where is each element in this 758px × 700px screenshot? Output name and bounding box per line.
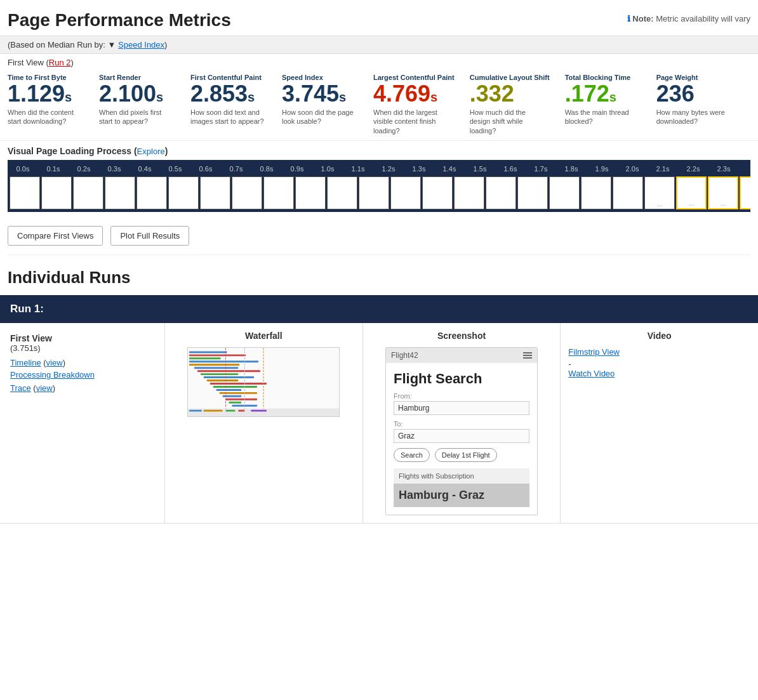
filmstrip-frame-13[interactable] xyxy=(422,176,453,209)
filmstrip-frame-17[interactable] xyxy=(549,176,580,209)
sort-indicator: ▼ xyxy=(108,40,118,50)
run1-content: First View (3.751s) Timeline (view) Proc… xyxy=(0,323,758,524)
note-text: Metric availability will vary xyxy=(656,14,750,23)
waterfall-title: Waterfall xyxy=(173,331,355,341)
svg-rect-8 xyxy=(201,373,239,375)
filmstrip-time-6: 0.6s xyxy=(190,164,221,174)
filmstrip-time-3: 0.3s xyxy=(99,164,130,174)
svg-rect-15 xyxy=(223,395,242,397)
first-view-label-run1: First View (3.751s) xyxy=(10,333,154,353)
metric-desc-start_render: When did pixels first start to appear? xyxy=(99,108,175,126)
filmstrip-time-9: 0.9s xyxy=(282,164,312,174)
metric-value-ttfb: 1.129s xyxy=(8,83,84,105)
filmstrip-frame-1[interactable] xyxy=(41,176,72,209)
filmstrip-frame-7[interactable] xyxy=(232,176,262,209)
subscription-section: Flights with Subscription xyxy=(394,468,529,484)
run1-info: First View (3.751s) Timeline (view) Proc… xyxy=(0,323,165,523)
filmstrip-time-15: 1.5s xyxy=(465,164,495,174)
filmstrip-time-14: 1.4s xyxy=(434,164,465,174)
filmstrip-view-link[interactable]: Filmstrip View xyxy=(568,347,750,357)
filmstrip-frame-20[interactable]: ... xyxy=(644,176,675,209)
filmstrip-frame-19[interactable] xyxy=(613,176,643,209)
filmstrip-time-21: 2.1s xyxy=(648,164,678,174)
video-links: Filmstrip View - Watch Video xyxy=(568,347,750,378)
plot-full-results-button[interactable]: Plot Full Results xyxy=(110,226,189,246)
svg-rect-5 xyxy=(189,364,239,366)
filmstrip-frame-22[interactable]: ... xyxy=(708,176,738,209)
svg-rect-3 xyxy=(189,357,221,359)
note-bar: ℹ Note: Metric availability will vary xyxy=(627,14,750,23)
visual-process-section: Visual Page Loading Process (Explore) 0.… xyxy=(0,141,758,217)
visual-process-title: Visual Page Loading Process (Explore) xyxy=(8,146,750,156)
filmstrip-frame-10[interactable] xyxy=(327,176,357,209)
search-button[interactable]: Search xyxy=(394,448,430,462)
metrics-row: Time to First Byte 1.129s When did the c… xyxy=(0,71,758,141)
timeline-view-link[interactable]: view xyxy=(46,358,63,367)
run2-link[interactable]: Run 2 xyxy=(49,58,71,67)
waterfall-col: Waterfall xyxy=(165,323,363,523)
screenshot-buttons: Search Delay 1st Flight xyxy=(394,448,529,462)
trace-view-link[interactable]: view xyxy=(36,383,53,393)
screenshot-content: Flight Search From: Hamburg To: Graz Sea… xyxy=(386,363,537,515)
filmstrip-time-8: 0.8s xyxy=(251,164,282,174)
metric-start_render: Start Render 2.100s When did pixels firs… xyxy=(91,74,183,135)
waterfall-image[interactable] xyxy=(187,347,340,417)
metric-desc-tbt: Was the main thread blocked? xyxy=(565,108,641,126)
to-input: Graz xyxy=(394,429,529,443)
individual-runs-title: Individual Runs xyxy=(0,255,758,295)
filmstrip-container: 0.0s0.1s0.2s0.3s0.4s0.5s0.6s0.7s0.8s0.9s… xyxy=(8,160,750,212)
svg-rect-27 xyxy=(251,410,267,412)
filmstrip-frame-16[interactable] xyxy=(517,176,548,209)
filmstrip-frame-12[interactable] xyxy=(390,176,421,209)
filmstrip-frame-3[interactable] xyxy=(105,176,135,209)
processing-breakdown-link[interactable]: Processing Breakdown xyxy=(10,370,95,380)
filmstrip-frames: ............ xyxy=(8,174,750,212)
metric-ttfb: Time to First Byte 1.129s When did the c… xyxy=(0,74,91,135)
metric-tbt: Total Blocking Time .172s Was the main t… xyxy=(557,74,649,135)
filmstrip-frame-15[interactable] xyxy=(486,176,516,209)
median-bar: (Based on Median Run by: ▼ Speed Index) xyxy=(0,36,758,54)
filmstrip-frame-14[interactable] xyxy=(454,176,484,209)
metric-lcp: Largest Contentful Paint 4.769s When did… xyxy=(366,74,462,135)
filmstrip-frame-0[interactable] xyxy=(10,176,40,209)
filmstrip-frame-11[interactable] xyxy=(359,176,389,209)
svg-rect-14 xyxy=(220,392,258,394)
watch-video-link[interactable]: Watch Video xyxy=(568,369,750,378)
svg-rect-10 xyxy=(207,380,239,381)
metric-value-start_render: 2.100s xyxy=(99,83,175,105)
metric-value-tbt: .172s xyxy=(565,83,641,105)
svg-rect-16 xyxy=(226,399,258,400)
filmstrip-frame-4[interactable] xyxy=(136,176,167,209)
filmstrip-frame-5[interactable] xyxy=(168,176,199,209)
median-sort-link[interactable]: Speed Index xyxy=(118,40,164,50)
filmstrip-frame-23[interactable]: ... xyxy=(740,176,750,209)
filmstrip-frame-6[interactable] xyxy=(200,176,230,209)
metric-value-page_weight: 236 xyxy=(656,83,733,105)
filmstrip-frame-18[interactable] xyxy=(581,176,611,209)
filmstrip-times: 0.0s0.1s0.2s0.3s0.4s0.5s0.6s0.7s0.8s0.9s… xyxy=(8,164,750,174)
flight-search-title: Flight Search xyxy=(394,371,529,387)
metric-fcp: First Contentful Paint 2.853s How soon d… xyxy=(183,74,274,135)
svg-rect-4 xyxy=(189,360,258,362)
filmstrip-time-18: 1.8s xyxy=(556,164,587,174)
filmstrip-frame-8[interactable] xyxy=(263,176,294,209)
svg-rect-25 xyxy=(226,410,236,412)
trace-link[interactable]: Trace xyxy=(10,383,31,393)
processing-breakdown-row: Processing Breakdown xyxy=(10,370,154,380)
from-label: From: xyxy=(394,392,529,400)
filmstrip-frame-2[interactable] xyxy=(73,176,103,209)
explore-link[interactable]: Explore xyxy=(137,147,165,156)
compare-first-views-button[interactable]: Compare First Views xyxy=(8,226,103,246)
filmstrip-frame-21[interactable]: ... xyxy=(676,176,707,209)
metric-value-cls: .332 xyxy=(470,83,550,105)
filmstrip-time-12: 1.2s xyxy=(373,164,404,174)
metric-value-fcp: 2.853s xyxy=(190,83,267,105)
first-view-label: First View (Run 2) xyxy=(0,54,758,71)
timeline-link[interactable]: Timeline xyxy=(10,358,41,367)
metric-desc-cls: How much did the design shift while load… xyxy=(470,108,546,135)
filmstrip-time-5: 0.5s xyxy=(160,164,190,174)
median-label: Based on Median Run by: xyxy=(10,40,105,50)
run1-links: Timeline (view) Processing Breakdown Tra… xyxy=(10,358,154,393)
filmstrip-frame-9[interactable] xyxy=(295,176,326,209)
delay-button[interactable]: Delay 1st Flight xyxy=(435,448,497,462)
